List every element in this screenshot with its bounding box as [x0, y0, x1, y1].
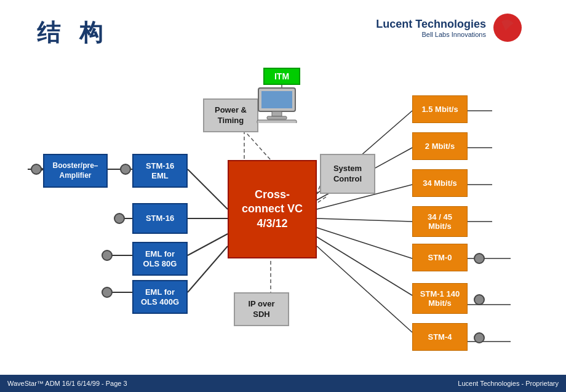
output-34-45mbit-box: 34 / 45 Mbit/s: [412, 206, 468, 237]
footer: WaveStar™ ADM 16/1 6/14/99 - Page 3 Luce…: [0, 375, 566, 392]
svg-line-15: [317, 237, 412, 295]
output-34mbit-box: 34 Mbit/s: [412, 169, 468, 197]
stm0-connector: [474, 253, 485, 264]
slide-title: 结 构: [37, 17, 109, 49]
stm16-eml-box: STM-16 EML: [132, 154, 188, 188]
diagram: Booster/pre–Amplifier STM-16 EML STM-16 …: [25, 62, 541, 363]
eml-400g-box: EML for OLS 400G: [132, 280, 188, 314]
svg-line-16: [317, 246, 412, 332]
eml400g-in-connector: [102, 287, 113, 298]
svg-rect-35: [257, 120, 297, 123]
crossconnect-box: Cross-connect VC 4/3/12: [228, 160, 317, 258]
booster-in-connector: [31, 164, 42, 175]
booster-amplifier-box: Booster/pre–Amplifier: [43, 154, 108, 188]
svg-rect-33: [272, 111, 282, 116]
lucent-logo-icon: [492, 12, 523, 43]
output-stm1-140mbit-box: STM-1 140 Mbit/s: [412, 283, 468, 314]
computer-icon: [252, 83, 301, 123]
eml80g-in-connector: [102, 250, 113, 261]
output-2mbit-box: 2 Mbit/s: [412, 132, 468, 160]
stm4-connector: [474, 332, 485, 343]
svg-line-3: [188, 169, 228, 209]
logo-area: Lucent Technologies Bell Labs Innovation…: [376, 12, 523, 43]
logo-tagline: Bell Labs Innovations: [376, 31, 486, 38]
logo-text: Lucent Technologies Bell Labs Innovation…: [376, 18, 486, 38]
system-control-box: System Control: [320, 154, 375, 194]
stm16-in-connector: [114, 213, 125, 224]
slide: 结 构 Lucent Technologies Bell Labs Innova…: [0, 0, 566, 375]
booster-out-connector: [120, 164, 131, 175]
footer-right: Lucent Technologies - Proprietary: [458, 380, 559, 387]
svg-rect-34: [267, 116, 287, 119]
eml-80g-box: EML for OLS 80G: [132, 242, 188, 276]
footer-left: WaveStar™ ADM 16/1 6/14/99 - Page 3: [7, 380, 127, 387]
svg-line-6: [188, 246, 228, 292]
stm16-box: STM-16: [132, 203, 188, 234]
svg-line-17: [243, 129, 271, 160]
output-1-5mbit-box: 1.5 Mbit/s: [412, 95, 468, 123]
svg-line-14: [317, 228, 412, 258]
output-stm4-box: STM-4: [412, 323, 468, 351]
svg-line-13: [317, 218, 412, 222]
svg-line-5: [188, 234, 228, 255]
itm-box: ITM: [263, 68, 300, 85]
power-timing-box: Power & Timing: [203, 98, 258, 132]
logo-name: Lucent Technologies: [376, 18, 486, 31]
svg-rect-32: [261, 91, 292, 108]
output-stm0-box: STM-0: [412, 244, 468, 271]
svg-line-19: [317, 197, 326, 203]
ip-over-sdh-box: IP over SDH: [234, 292, 289, 326]
stm1-connector: [474, 294, 485, 305]
